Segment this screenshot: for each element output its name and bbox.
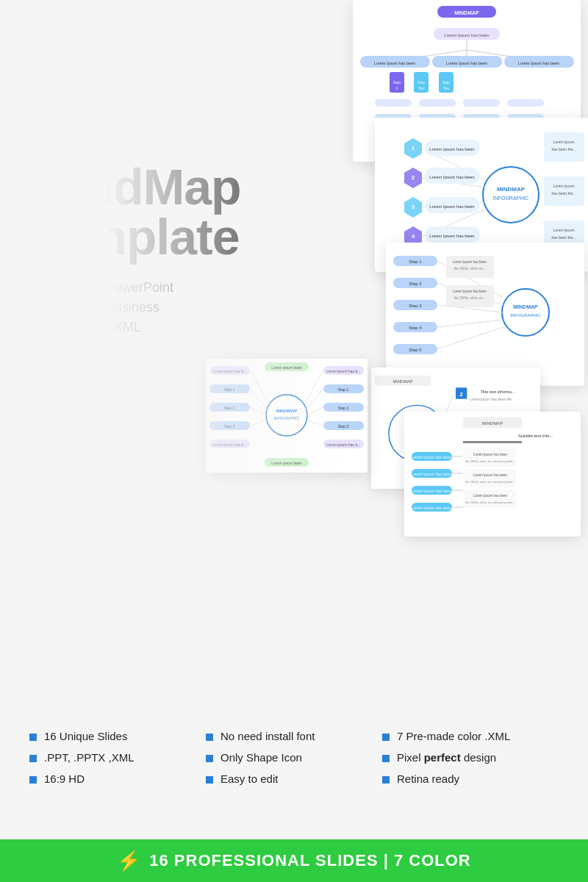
svg-text:2: 2	[412, 174, 415, 181]
bullet-8	[382, 755, 390, 762]
svg-text:Lorem ipsum has b...: Lorem ipsum has b...	[212, 442, 247, 447]
svg-rect-128	[465, 448, 516, 467]
subtitle-line1: Professional PowerPoint	[29, 280, 173, 295]
svg-text:Lorem ipsum been: Lorem ipsum been	[271, 461, 302, 465]
svg-text:Lorem Ipsum has been: Lorem Ipsum has been	[411, 472, 452, 476]
subtitle-line3: .PPT, .PPTX, .XML	[29, 320, 141, 334]
feature-text-1: 16 Unique Slides	[44, 730, 127, 742]
svg-text:MINDMAP: MINDMAP	[482, 421, 503, 426]
bullet-9	[382, 776, 390, 784]
subtitle: Professional PowerPoint Template for Bus…	[29, 278, 265, 337]
feature-item-7: 7 Pre-made color .XML	[382, 730, 559, 742]
svg-text:INFOGRAPHIC: INFOGRAPHIC	[510, 313, 541, 318]
bullet-3	[29, 776, 37, 784]
svg-text:Lorem Ipsum: Lorem Ipsum	[553, 140, 574, 144]
svg-text:Lorem Ipsum has been: Lorem Ipsum has been	[518, 61, 559, 65]
svg-text:Lorem Ipsum has been: Lorem Ipsum has been	[429, 234, 474, 238]
title-line1: MindMap	[29, 159, 241, 215]
svg-text:Lorem Ipsum has been: Lorem Ipsum has been	[444, 33, 489, 37]
svg-text:Lorem Ipsum has been: Lorem Ipsum has been	[453, 290, 487, 293]
svg-text:Lorem Ipsum has been: Lorem Ipsum has been	[473, 473, 508, 477]
svg-text:Step 4: Step 4	[409, 326, 422, 330]
title-line2: Template	[29, 209, 239, 265]
bottom-banner: ⚡ 16 PROFESSIONAL SLIDES | 7 COLOR	[0, 839, 588, 882]
feature-text-3: 16:9 HD	[44, 772, 85, 785]
svg-text:Step 3: Step 3	[224, 424, 235, 429]
svg-text:Step: Step	[442, 80, 451, 85]
feature-text-5: Only Shape Icon	[220, 751, 302, 764]
svg-text:Lorem Ipsum has been: Lorem Ipsum has been	[411, 455, 452, 459]
lightning-icon: ⚡	[117, 850, 140, 872]
feature-item-1: 16 Unique Slides	[29, 730, 206, 742]
svg-text:Lorem Ipsum has been: Lorem Ipsum has been	[429, 175, 474, 179]
feature-text-4: No need install font	[220, 730, 315, 742]
svg-text:Lorem Ipsum has been: Lorem Ipsum has been	[446, 61, 487, 65]
bullet-7	[382, 734, 390, 741]
svg-rect-24	[375, 99, 412, 107]
svg-text:Subtitle text info...: Subtitle text info...	[518, 434, 553, 438]
svg-text:Lorem Ipsum has been: Lorem Ipsum has been	[473, 453, 508, 456]
feature-item-4: No need install font	[206, 730, 382, 742]
svg-text:Step 1: Step 1	[409, 259, 422, 264]
svg-text:MINDMAP: MINDMAP	[393, 379, 413, 384]
svg-text:Yes: Yes	[418, 86, 425, 90]
features-section: 16 Unique Slides .PPT, .PPTX ,XML 16:9 H…	[0, 708, 588, 808]
svg-text:has been the...: has been the...	[551, 191, 576, 196]
svg-text:Step 1: Step 1	[224, 387, 235, 392]
svg-text:1: 1	[396, 86, 398, 90]
svg-rect-25	[419, 99, 456, 107]
svg-text:Lorem ipsum been: Lorem ipsum been	[271, 365, 302, 370]
svg-text:Yes: Yes	[443, 86, 450, 90]
subtitle-line2: Template for Business	[29, 300, 159, 315]
slide-preview-5: MINDMAP Subtitle text info... Lorem Ipsu…	[404, 412, 581, 537]
svg-text:Step 1: Step 1	[338, 387, 349, 392]
feature-text-7: 7 Pre-made color .XML	[397, 730, 510, 742]
svg-text:Title text informa...: Title text informa...	[481, 390, 515, 394]
svg-text:4: 4	[412, 233, 415, 240]
svg-text:Lorem Ipsum has been: Lorem Ipsum has been	[473, 494, 508, 498]
svg-text:Step 2: Step 2	[338, 406, 349, 410]
svg-text:Lorem Ipsum has been: Lorem Ipsum has been	[411, 506, 452, 510]
svg-rect-27	[507, 99, 544, 107]
svg-text:MINDMAP: MINDMAP	[497, 186, 526, 193]
svg-rect-115	[463, 441, 522, 443]
bullet-1	[29, 734, 37, 741]
svg-text:INFOGRAPHIC: INFOGRAPHIC	[493, 196, 529, 201]
svg-text:the 1900s, when an...: the 1900s, when an...	[453, 296, 485, 300]
bullet-2	[29, 755, 37, 762]
left-content: MindMap Template Professional PowerPoint…	[29, 162, 265, 373]
feature-item-5: Only Shape Icon	[206, 751, 382, 764]
feature-text-6: Easy to edit	[220, 772, 278, 785]
features-col-2: No need install font Only Shape Icon Eas…	[206, 730, 382, 794]
svg-text:Lorem ipsum has b...: Lorem ipsum has b...	[326, 442, 361, 447]
svg-text:MINDMAP: MINDMAP	[513, 304, 538, 309]
svg-text:1: 1	[412, 145, 415, 151]
svg-text:MINDMAP: MINDMAP	[454, 10, 479, 15]
svg-text:Lorem Ipsum: Lorem Ipsum	[553, 184, 574, 188]
feature-text-2: .PPT, .PPTX ,XML	[44, 751, 135, 764]
svg-text:Lorem Ipsum has been: Lorem Ipsum has been	[411, 489, 452, 493]
svg-text:Lorem Ipsum has been: Lorem Ipsum has been	[429, 147, 474, 151]
svg-text:Step 2: Step 2	[409, 282, 422, 286]
svg-text:Lorem Ipsum has been: Lorem Ipsum has been	[429, 204, 474, 209]
bullet-5	[206, 755, 213, 762]
svg-text:has been the...: has been the...	[551, 235, 576, 240]
svg-rect-131	[465, 469, 516, 487]
bullet-6	[206, 776, 213, 784]
svg-text:Lorem Ipsum has been the: Lorem Ipsum has been the	[470, 398, 512, 401]
svg-text:Step 3: Step 3	[338, 424, 349, 429]
bullet-4	[206, 734, 213, 741]
main-title: MindMap Template	[29, 162, 265, 262]
features-col-3: 7 Pre-made color .XML Pixel perfect desi…	[382, 730, 559, 794]
svg-rect-134	[465, 490, 516, 508]
svg-text:Lorem ipsum has b...: Lorem ipsum has b...	[326, 369, 361, 373]
svg-text:the 1900s, when an unknown pri: the 1900s, when an unknown printer...	[465, 480, 515, 484]
feature-item-6: Easy to edit	[206, 772, 382, 785]
pro-badge: PRO	[29, 354, 76, 373]
svg-text:Lorem Ipsum has been: Lorem Ipsum has been	[453, 260, 487, 264]
svg-text:the 1900s, when an unknown pri: the 1900s, when an unknown printer...	[465, 501, 515, 504]
svg-text:INFOGRAPHIC: INFOGRAPHIC	[274, 416, 300, 420]
feature-item-2: .PPT, .PPTX ,XML	[29, 751, 206, 764]
slide-preview-6: MINDMAP INFOGRAPHIC Lorem ipsum has b...…	[206, 359, 368, 473]
svg-text:Step: Step	[393, 80, 401, 85]
